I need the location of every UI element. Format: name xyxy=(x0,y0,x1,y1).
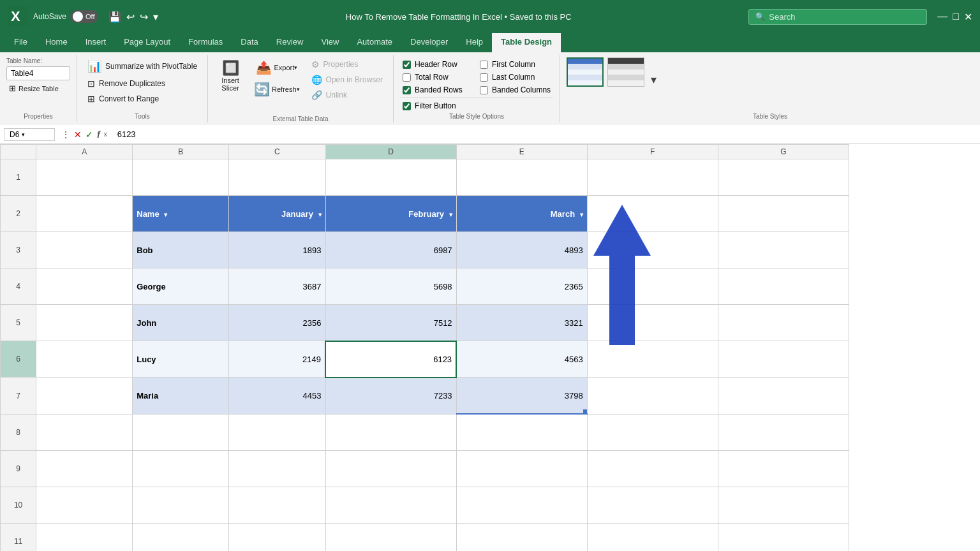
col-header-b[interactable]: B xyxy=(133,145,229,159)
cell-a2[interactable] xyxy=(36,196,133,232)
cell-e8[interactable] xyxy=(456,414,587,450)
cell-g2[interactable] xyxy=(718,196,849,232)
cell-g6[interactable] xyxy=(718,341,849,378)
autosave-toggle[interactable]: Off xyxy=(70,10,98,23)
row-header-5[interactable]: 5 xyxy=(1,305,36,341)
cell-c7[interactable]: 4453 xyxy=(229,378,325,414)
cell-c6[interactable]: 2149 xyxy=(229,341,325,378)
refresh-button[interactable]: 🔄 Refresh ▾ xyxy=(249,79,305,99)
cell-b8[interactable] xyxy=(133,414,229,450)
cell-reference-box[interactable]: D6 ▾ xyxy=(4,128,55,141)
cell-f10[interactable] xyxy=(587,487,718,523)
maximize-icon[interactable]: □ xyxy=(953,11,959,23)
banded-rows-option[interactable]: Banded Rows xyxy=(400,84,476,96)
cell-g9[interactable] xyxy=(718,450,849,487)
cell-e10[interactable] xyxy=(456,487,587,523)
col-header-a[interactable]: A xyxy=(36,145,133,159)
cell-c5[interactable]: 2356 xyxy=(229,305,325,341)
cell-g5[interactable] xyxy=(718,305,849,341)
cell-f7[interactable] xyxy=(587,378,718,414)
tab-home[interactable]: Home xyxy=(36,33,77,52)
more-icon[interactable]: ▾ xyxy=(153,11,158,23)
tab-file[interactable]: File xyxy=(5,33,36,52)
filter-button-option[interactable]: Filter Button xyxy=(400,100,553,112)
cell-f4[interactable] xyxy=(587,268,718,305)
cell-g3[interactable] xyxy=(718,232,849,268)
cell-b1[interactable] xyxy=(133,159,229,196)
cell-c10[interactable] xyxy=(229,487,325,523)
cell-b7[interactable]: Maria xyxy=(133,378,229,414)
cell-ref-dropdown[interactable]: ▾ xyxy=(22,131,25,138)
tab-insert[interactable]: Insert xyxy=(77,33,115,52)
more-styles-button[interactable]: ▾ xyxy=(651,57,657,87)
minimize-icon[interactable]: — xyxy=(937,11,947,23)
insert-slicer-button[interactable]: 🔲 InsertSlicer xyxy=(214,57,246,94)
confirm-icon[interactable]: ✓ xyxy=(85,129,93,140)
total-row-option[interactable]: Total Row xyxy=(400,71,476,83)
tab-developer[interactable]: Developer xyxy=(401,33,457,52)
cell-f6[interactable] xyxy=(587,341,718,378)
cell-f1[interactable] xyxy=(587,159,718,196)
cell-d1[interactable] xyxy=(325,159,456,196)
banded-rows-checkbox[interactable] xyxy=(403,86,411,94)
cell-f9[interactable] xyxy=(587,450,718,487)
col-header-g[interactable]: G xyxy=(718,145,849,159)
cancel-icon[interactable]: ✕ xyxy=(74,129,82,140)
cell-a6[interactable] xyxy=(36,341,133,378)
tab-table-design[interactable]: Table Design xyxy=(492,33,561,52)
filter-icon-feb[interactable]: ▾ xyxy=(449,211,452,218)
undo-icon[interactable]: ↩ xyxy=(126,11,135,23)
row-header-10[interactable]: 10 xyxy=(1,487,36,523)
cell-e6[interactable]: 4563 xyxy=(456,341,587,378)
cell-b9[interactable] xyxy=(133,450,229,487)
tab-review[interactable]: Review xyxy=(267,33,313,52)
header-row-checkbox[interactable] xyxy=(403,61,411,69)
cell-g1[interactable] xyxy=(718,159,849,196)
cell-b5[interactable]: John xyxy=(133,305,229,341)
cell-c8[interactable] xyxy=(229,414,325,450)
filter-icon-jan[interactable]: ▾ xyxy=(318,211,322,218)
cell-a5[interactable] xyxy=(36,305,133,341)
col-header-e[interactable]: E xyxy=(456,145,587,159)
cell-d6[interactable]: 6123 xyxy=(325,341,456,378)
cell-f3[interactable] xyxy=(587,232,718,268)
row-header-7[interactable]: 7 xyxy=(1,378,36,414)
row-header-11[interactable]: 11 xyxy=(1,523,36,551)
last-column-checkbox[interactable] xyxy=(480,73,488,82)
cell-c3[interactable]: 1893 xyxy=(229,232,325,268)
cell-e4[interactable]: 2365 xyxy=(456,268,587,305)
table-style-dark[interactable] xyxy=(607,57,644,87)
formula-bar-more-icon[interactable]: ⋮ xyxy=(61,129,70,140)
open-browser-button[interactable]: 🌐 Open in Browser xyxy=(308,73,387,87)
tab-automate[interactable]: Automate xyxy=(348,33,401,52)
cell-e9[interactable] xyxy=(456,450,587,487)
cell-f2[interactable] xyxy=(587,196,718,232)
cell-c4[interactable]: 3687 xyxy=(229,268,325,305)
tab-formulas[interactable]: Formulas xyxy=(179,33,232,52)
cell-c11[interactable] xyxy=(229,523,325,551)
tab-view[interactable]: View xyxy=(312,33,348,52)
cell-g7[interactable] xyxy=(718,378,849,414)
row-header-4[interactable]: 4 xyxy=(1,268,36,305)
tab-data[interactable]: Data xyxy=(232,33,267,52)
search-input[interactable] xyxy=(769,12,920,22)
cell-c1[interactable] xyxy=(229,159,325,196)
cell-d7[interactable]: 7233 xyxy=(325,378,456,414)
cell-a3[interactable] xyxy=(36,232,133,268)
total-row-checkbox[interactable] xyxy=(403,73,411,82)
cell-d5[interactable]: 7512 xyxy=(325,305,456,341)
row-header-2[interactable]: 2 xyxy=(1,196,36,232)
row-header-1[interactable]: 1 xyxy=(1,159,36,196)
col-header-c[interactable]: C xyxy=(229,145,325,159)
cell-c2[interactable]: January ▾ xyxy=(229,196,325,232)
tab-help[interactable]: Help xyxy=(457,33,492,52)
first-column-option[interactable]: First Column xyxy=(477,59,553,70)
row-header-9[interactable]: 9 xyxy=(1,450,36,487)
cell-b10[interactable] xyxy=(133,487,229,523)
cell-e5[interactable]: 3321 xyxy=(456,305,587,341)
close-icon[interactable]: ✕ xyxy=(964,11,972,23)
cell-a11[interactable] xyxy=(36,523,133,551)
cell-d8[interactable] xyxy=(325,414,456,450)
table-name-input[interactable] xyxy=(6,66,70,80)
cell-a1[interactable] xyxy=(36,159,133,196)
